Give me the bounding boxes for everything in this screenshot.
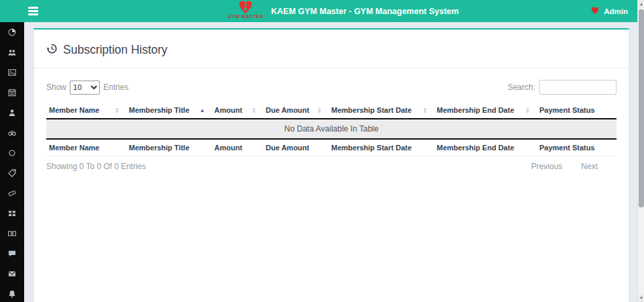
entries-info: Showing 0 To 0 Of 0 Entries bbox=[46, 162, 146, 171]
footer-column-membership-start-date: Membership Start Date bbox=[329, 139, 434, 156]
sort-icon: ▲▼ bbox=[525, 107, 530, 113]
column-header-amount[interactable]: Amount▲▼ bbox=[212, 102, 264, 119]
column-label: Membership End Date bbox=[437, 106, 515, 114]
subscription-history-card: Subscription History Show 10 Entries Sea… bbox=[34, 28, 629, 302]
envelope-icon bbox=[7, 269, 17, 279]
previous-page-button[interactable]: Previous bbox=[531, 162, 563, 171]
sort-icon: ▲▼ bbox=[115, 107, 119, 113]
column-header-membership-title[interactable]: Membership Title▲ bbox=[126, 102, 212, 119]
column-header-membership-end-date[interactable]: Membership End Date▲▼ bbox=[434, 102, 537, 119]
circle-icon bbox=[7, 148, 17, 158]
page-title: Subscription History bbox=[63, 43, 168, 57]
subscriptions-table: Member Name▲▼Membership Title▲Amount▲▼Du… bbox=[46, 102, 616, 156]
sidebar-item-envelope[interactable] bbox=[0, 264, 24, 284]
sidebar-nav bbox=[0, 22, 24, 302]
sidebar-item-money[interactable] bbox=[0, 223, 24, 244]
search-input[interactable] bbox=[539, 80, 616, 95]
scrollbar-thumb[interactable] bbox=[639, 9, 644, 207]
table-header-row: Member Name▲▼Membership Title▲Amount▲▼Du… bbox=[46, 102, 616, 119]
sort-icon: ▲▼ bbox=[252, 107, 256, 113]
column-header-member-name[interactable]: Member Name▲▼ bbox=[46, 102, 126, 119]
sort-icon: ▲▼ bbox=[317, 107, 322, 113]
app-title: KAEM GYM Master - GYM Management System bbox=[271, 0, 459, 22]
brand-name: GYM MASTER bbox=[227, 14, 264, 19]
history-icon bbox=[46, 43, 58, 57]
column-header-payment-status: Payment Status bbox=[537, 102, 616, 119]
app-window: GYM MASTER KAEM GYM Master - GYM Managem… bbox=[0, 0, 644, 302]
admin-menu[interactable]: Admin bbox=[591, 0, 628, 22]
pie-chart-icon bbox=[7, 28, 17, 37]
empty-data-row: No Data Available In Table bbox=[46, 119, 616, 139]
sidebar-item-binoculars[interactable] bbox=[0, 123, 24, 143]
image-icon bbox=[7, 68, 17, 77]
scroll-down-icon[interactable]: ▼ bbox=[638, 294, 644, 302]
chat-icon bbox=[7, 249, 17, 258]
sidebar-item-pie-chart[interactable] bbox=[0, 22, 24, 42]
vertical-scrollbar[interactable]: ▲ ▼ bbox=[637, 0, 644, 302]
admin-logo-icon bbox=[591, 5, 599, 17]
grid-icon bbox=[7, 209, 17, 218]
column-header-membership-start-date[interactable]: Membership Start Date▲▼ bbox=[329, 102, 434, 119]
next-page-button[interactable]: Next bbox=[581, 162, 598, 171]
column-header-due-amount[interactable]: Due Amount▲▼ bbox=[263, 102, 329, 119]
hamburger-menu-icon[interactable] bbox=[28, 7, 38, 15]
sidebar-item-bell[interactable] bbox=[0, 284, 24, 302]
sidebar-item-grid[interactable] bbox=[0, 203, 24, 223]
sidebar-item-calendar[interactable] bbox=[0, 83, 24, 103]
sort-icon: ▲▼ bbox=[423, 107, 427, 113]
bell-icon bbox=[7, 289, 17, 299]
scroll-up-icon[interactable]: ▲ bbox=[638, 0, 644, 8]
empty-data-message: No Data Available In Table bbox=[46, 119, 616, 139]
footer-column-member-name: Member Name bbox=[46, 139, 126, 156]
column-label: Membership Start Date bbox=[331, 106, 412, 114]
footer-column-payment-status: Payment Status bbox=[537, 139, 616, 156]
column-label: Amount bbox=[215, 106, 243, 114]
footer-column-membership-end-date: Membership End Date bbox=[434, 139, 537, 156]
heading-divider bbox=[34, 68, 629, 68]
column-label: Membership Title bbox=[129, 106, 189, 114]
users-icon bbox=[7, 48, 17, 57]
sidebar-item-users[interactable] bbox=[0, 42, 24, 62]
column-label: Payment Status bbox=[539, 106, 595, 114]
entries-label: Entries bbox=[103, 83, 128, 92]
main-content: Subscription History Show 10 Entries Sea… bbox=[24, 22, 637, 302]
brand-logo: GYM MASTER bbox=[227, 1, 264, 19]
calendar-icon bbox=[7, 88, 17, 97]
sidebar-item-ticket[interactable] bbox=[0, 183, 24, 203]
page-size-select[interactable]: 10 bbox=[70, 81, 100, 95]
search-label: Search: bbox=[508, 83, 535, 92]
sidebar-item-circle[interactable] bbox=[0, 143, 24, 163]
money-icon bbox=[7, 229, 17, 238]
user-icon bbox=[7, 108, 17, 117]
tag-icon bbox=[7, 168, 17, 178]
ticket-icon bbox=[7, 189, 17, 198]
table-footer-row: Member NameMembership TitleAmountDue Amo… bbox=[46, 139, 616, 156]
heart-logo-icon bbox=[227, 1, 264, 14]
column-label: Due Amount bbox=[266, 106, 309, 114]
footer-column-due-amount: Due Amount bbox=[263, 139, 329, 156]
sidebar-item-chat[interactable] bbox=[0, 244, 24, 264]
binoculars-icon bbox=[7, 128, 17, 138]
admin-label: Admin bbox=[604, 7, 628, 15]
column-label: Member Name bbox=[49, 106, 99, 114]
sidebar-item-user[interactable] bbox=[0, 103, 24, 123]
show-label: Show bbox=[46, 83, 66, 92]
footer-column-amount: Amount bbox=[212, 139, 264, 156]
sidebar-item-tag[interactable] bbox=[0, 163, 24, 183]
top-header-bar: GYM MASTER KAEM GYM Master - GYM Managem… bbox=[0, 0, 637, 22]
footer-column-membership-title: Membership Title bbox=[126, 139, 212, 156]
sidebar-item-image[interactable] bbox=[0, 62, 24, 83]
sort-asc-icon: ▲ bbox=[200, 107, 205, 113]
